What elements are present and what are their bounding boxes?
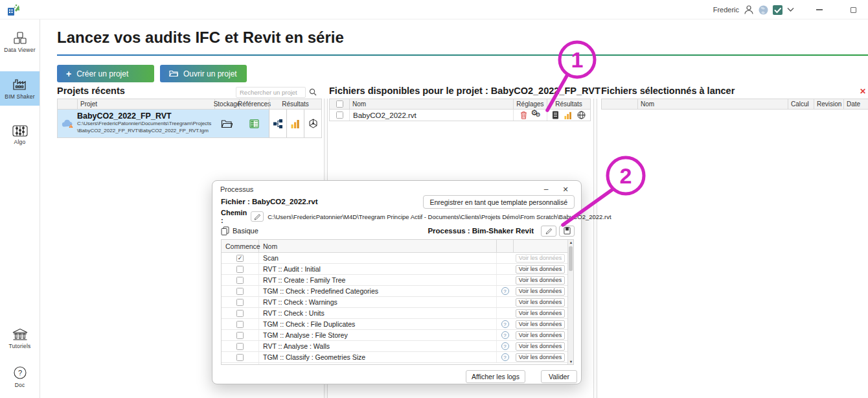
factory-icon	[12, 77, 29, 91]
create-project-button[interactable]: + Créer un projet	[57, 65, 154, 82]
path-label: Chemin :	[221, 209, 247, 224]
process-name: TGM :: Classify : Geometries Size	[259, 352, 496, 362]
sidebar-item-algo[interactable]: Algo	[0, 119, 40, 151]
settings-gears-icon[interactable]: ⚙ ⚙	[531, 110, 541, 120]
restore-button[interactable]	[845, 0, 862, 19]
view-data-button[interactable]: Voir les données	[516, 309, 565, 318]
clear-selected-icon[interactable]: ✕	[860, 87, 866, 96]
status-badge-icon[interactable]	[773, 5, 782, 15]
process-name-label: Processus : Bim-Shaker Revit	[428, 227, 534, 235]
globe-3d-icon[interactable]	[577, 111, 586, 119]
chevron-down-icon[interactable]	[787, 7, 794, 12]
process-checkbox[interactable]: ✓	[236, 354, 244, 361]
user-account-icon[interactable]	[744, 5, 754, 15]
scroll-up-icon[interactable]: ▲	[568, 240, 574, 244]
help-icon[interactable]: ?	[501, 353, 509, 361]
process-name: TGM :: Check : File Duplicates	[259, 319, 496, 329]
cubes-icon	[12, 32, 28, 45]
process-checkbox[interactable]: ✓	[236, 299, 244, 306]
projects-table-header: Projet Stockage Références Résultats	[57, 99, 322, 110]
show-logs-button[interactable]: Afficher les logs	[466, 370, 525, 383]
process-name: RVT :: Audit : Initial	[259, 264, 496, 274]
sidebar-item-bim-shaker[interactable]: BIM Shaker	[0, 71, 40, 106]
view-data-button[interactable]: Voir les données	[516, 320, 565, 329]
projects-panel-title: Projets récents	[57, 86, 125, 96]
edit-process-button[interactable]	[541, 226, 556, 237]
save-template-button[interactable]: Enregistrer en tant que template personn…	[423, 195, 575, 209]
treegram-logo-icon	[6, 3, 21, 17]
bar-chart-icon[interactable]	[286, 110, 304, 137]
process-checkbox[interactable]: ✓	[236, 332, 244, 339]
help-icon[interactable]: ?	[501, 331, 509, 339]
delete-trash-icon[interactable]	[520, 111, 527, 119]
edit-path-button[interactable]	[251, 211, 264, 222]
select-all-checkbox[interactable]	[336, 100, 343, 108]
process-row: ✓ RVT :: Audit : Initial ? Voir les donn…	[222, 264, 567, 275]
processus-dialog: Processus – ✕ Fichier : BabyCO2_2022.rvt…	[212, 180, 582, 384]
process-row: ✓ RVT :: Create : Family Tree ? Voir les…	[222, 275, 567, 286]
validate-button[interactable]: Valider	[541, 370, 577, 383]
sidebar-item-label: Tutoriels	[8, 343, 30, 349]
process-row: ✓ RVT :: Check : Warnings ? Voir les don…	[222, 297, 567, 308]
save-process-icon[interactable]	[559, 226, 575, 237]
process-name: RVT :: Create : Family Tree	[259, 275, 496, 285]
mode-label: Basique	[233, 227, 258, 235]
bar-chart-icon[interactable]	[564, 111, 572, 119]
dialog-close-icon[interactable]: ✕	[559, 183, 572, 195]
sidebar-item-label: Doc	[15, 382, 25, 388]
process-checkbox[interactable]: ✓	[236, 255, 244, 262]
selected-table-header: Nom Calcul Revision Date	[601, 99, 868, 110]
process-checkbox[interactable]: ✓	[236, 343, 244, 350]
file-checkbox[interactable]	[336, 111, 343, 119]
search-icon[interactable]	[309, 88, 317, 96]
help-icon[interactable]: ?	[501, 287, 509, 295]
open-project-button[interactable]: Ouvrir un projet	[160, 65, 247, 82]
tree-structure-icon[interactable]	[269, 110, 286, 137]
copy-pages-icon[interactable]	[221, 226, 229, 235]
process-name: TGM :: Analyse : File Storey	[259, 330, 496, 340]
dialog-minimize-icon[interactable]: –	[540, 183, 553, 195]
project-row[interactable]: BabyCO2_2022_FP_RVT C:\Users\FredericPat…	[57, 110, 322, 138]
scroll-down-icon[interactable]: ▼	[568, 360, 574, 364]
view-data-button[interactable]: Voir les données	[516, 298, 565, 307]
molecule-icon[interactable]	[304, 110, 321, 137]
process-checkbox[interactable]: ✓	[236, 266, 244, 273]
view-data-button[interactable]: Voir les données	[516, 353, 565, 362]
search-input[interactable]	[236, 87, 306, 98]
storage-folder-icon[interactable]	[214, 110, 239, 137]
file-results	[547, 110, 590, 121]
help-icon[interactable]: ?	[501, 342, 509, 350]
scrollbar-thumb[interactable]	[569, 246, 573, 271]
language-globe-icon[interactable]	[759, 5, 768, 15]
report-document-icon[interactable]	[552, 111, 559, 119]
process-checkbox[interactable]: ✓	[236, 321, 244, 328]
view-data-button[interactable]: Voir les données	[516, 254, 565, 263]
annotation-circle-2	[608, 158, 644, 194]
annotation-number-2: 2	[620, 163, 632, 188]
process-checkbox[interactable]: ✓	[236, 310, 244, 317]
app-window: Frederic	[0, 0, 868, 398]
view-data-button[interactable]: Voir les données	[516, 287, 565, 296]
process-checkbox[interactable]: ✓	[236, 277, 244, 284]
process-checkbox[interactable]: ✓	[236, 288, 244, 295]
dialog-title: Processus	[220, 185, 253, 193]
table-scrollbar[interactable]: ▲ ▼	[567, 240, 573, 364]
view-data-button[interactable]: Voir les données	[516, 276, 565, 285]
cloud-warning-icon	[58, 110, 77, 137]
minimize-button[interactable]	[811, 0, 828, 19]
process-row: ✓ TGM :: Check : File Duplicates ? Voir …	[222, 319, 567, 330]
process-name: Scan	[259, 253, 496, 263]
view-data-button[interactable]: Voir les données	[516, 331, 565, 340]
project-name: BabyCO2_2022_FP_RVT	[77, 111, 214, 121]
file-row[interactable]: BabyCO2_2022.rvt ⚙ ⚙	[329, 110, 591, 121]
sidebar-item-doc[interactable]: ? Doc	[0, 360, 40, 394]
view-data-button[interactable]: Voir les données	[516, 342, 565, 351]
annotation-number-1: 1	[571, 47, 584, 72]
references-table-icon[interactable]	[239, 110, 269, 137]
sidebar-item-data-viewer[interactable]: Data Viewer	[0, 26, 40, 59]
path-row: Chemin : C:\Users\FredericPatonnier\M4D\…	[221, 211, 611, 222]
sidebar-item-tutoriels[interactable]: Tutoriels	[0, 322, 40, 355]
process-name: RVT :: Check : Units	[259, 308, 496, 318]
help-icon[interactable]: ?	[501, 320, 509, 328]
view-data-button[interactable]: Voir les données	[516, 265, 565, 274]
